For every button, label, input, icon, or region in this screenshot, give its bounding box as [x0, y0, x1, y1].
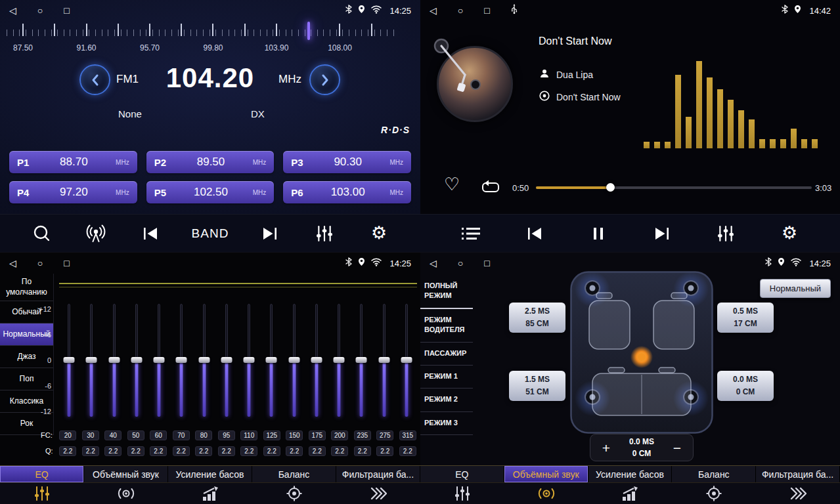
playlist-icon[interactable] [458, 226, 484, 241]
frequency-ruler[interactable] [7, 24, 401, 42]
eq-band-slider[interactable] [125, 304, 148, 417]
tab-balance[interactable]: Баланс [252, 466, 336, 482]
tab-crossover-filter[interactable]: Фильтрация ба... [336, 466, 420, 482]
eq-slider-thumb[interactable] [288, 357, 299, 363]
eq-band-slider[interactable] [238, 304, 260, 417]
preset-button-p5[interactable]: P5102.50MHz [146, 181, 275, 203]
delay-front-left[interactable]: 2.5 MS 85 CM [509, 303, 565, 333]
eq-slider-thumb[interactable] [356, 357, 367, 363]
back-icon[interactable]: ◁ [9, 6, 16, 15]
eq-faders-icon[interactable] [420, 483, 504, 504]
crossover-filter-icon[interactable] [756, 483, 840, 504]
eq-slider-thumb[interactable] [154, 357, 165, 363]
tab-eq-faders[interactable]: EQ [0, 466, 84, 482]
bass-boost-icon[interactable] [168, 483, 252, 504]
crossover-filter-icon[interactable] [336, 483, 420, 504]
eq-slider-thumb[interactable] [401, 357, 412, 363]
listening-mode-item[interactable]: ПАССАЖИР [420, 343, 473, 366]
surround-sound-icon[interactable] [84, 483, 168, 504]
preset-button-p2[interactable]: P289.50MHz [146, 151, 275, 173]
eq-slider-thumb[interactable] [108, 357, 120, 363]
band-button[interactable]: BAND [192, 226, 229, 241]
settings-gear-icon[interactable]: ⚙ [776, 224, 803, 242]
progress-thumb[interactable] [606, 183, 615, 192]
delay-rear-right[interactable]: 0.0 MS 0 CM [717, 371, 774, 401]
seek-down-button[interactable] [79, 64, 110, 95]
eq-slider-thumb[interactable] [176, 357, 187, 363]
eq-slider-thumb[interactable] [244, 357, 255, 363]
back-icon[interactable]: ◁ [430, 259, 437, 268]
listening-mode-item[interactable]: РЕЖИМ ВОДИТЕЛЯ [420, 309, 473, 343]
repeat-icon[interactable] [481, 179, 500, 198]
balance-icon[interactable] [672, 483, 756, 504]
balance-icon[interactable] [252, 483, 336, 504]
eq-slider-thumb[interactable] [221, 357, 232, 363]
tab-balance[interactable]: Баланс [672, 466, 756, 482]
tuner-needle[interactable] [307, 22, 310, 40]
tab-bass-boost[interactable]: Усиление басов [168, 466, 252, 482]
listening-mode-item[interactable]: ПОЛНЫЙ РЕЖИМ [420, 275, 473, 309]
recents-icon[interactable]: □ [484, 259, 489, 268]
home-icon[interactable]: ○ [37, 6, 43, 15]
delay-rear-left[interactable]: 1.5 MS 51 CM [509, 371, 565, 401]
previous-station-icon[interactable] [137, 226, 164, 242]
bass-boost-icon[interactable] [588, 483, 673, 504]
eq-slider-thumb[interactable] [64, 357, 75, 363]
tab-surround-sound[interactable]: Объёмный звук [504, 466, 588, 482]
progress-bar[interactable] [536, 186, 812, 189]
next-station-icon[interactable] [257, 226, 283, 242]
eq-faders-icon[interactable] [713, 225, 739, 242]
settings-gear-icon[interactable]: ⚙ [366, 224, 392, 242]
eq-slider-thumb[interactable] [131, 357, 142, 363]
eq-slider-thumb[interactable] [198, 357, 210, 363]
preset-button-p1[interactable]: P188.70MHz [9, 151, 137, 173]
eq-slider-thumb[interactable] [266, 357, 277, 363]
tab-crossover-filter[interactable]: Фильтрация ба... [756, 466, 840, 482]
seek-up-button[interactable] [309, 64, 340, 95]
eq-band-slider[interactable] [260, 304, 282, 417]
preset-button-p6[interactable]: P6103.00MHz [283, 181, 411, 203]
eq-band-slider[interactable] [193, 304, 215, 417]
next-track-icon[interactable] [649, 226, 675, 242]
preset-button-p4[interactable]: P497.20MHz [9, 181, 137, 203]
dx-mode-label[interactable]: DX [251, 108, 265, 119]
listening-mode-item[interactable]: РЕЖИМ 3 [420, 412, 473, 435]
pause-icon[interactable] [585, 226, 611, 242]
favorite-heart-icon[interactable]: ♡ [444, 176, 460, 194]
back-icon[interactable]: ◁ [430, 6, 437, 15]
home-icon[interactable]: ○ [458, 259, 463, 268]
broadcast-antenna-icon[interactable] [83, 224, 109, 243]
decrease-delay-button[interactable]: − [668, 438, 686, 457]
recents-icon[interactable]: □ [64, 6, 69, 15]
tab-eq-faders[interactable]: EQ [420, 466, 504, 482]
home-icon[interactable]: ○ [37, 259, 43, 268]
eq-slider-thumb[interactable] [86, 357, 97, 363]
eq-band-slider[interactable] [350, 304, 372, 417]
preset-button-p3[interactable]: P390.30MHz [283, 151, 411, 173]
eq-band-slider[interactable] [58, 304, 80, 417]
previous-track-icon[interactable] [521, 226, 548, 242]
eq-band-slider[interactable] [103, 304, 125, 417]
listening-mode-item[interactable]: РЕЖИМ 1 [420, 366, 473, 388]
eq-slider-thumb[interactable] [311, 357, 322, 363]
eq-band-slider[interactable] [305, 304, 328, 417]
tab-surround-sound[interactable]: Объёмный звук [84, 466, 168, 482]
eq-slider-thumb[interactable] [334, 357, 345, 363]
recents-icon[interactable]: □ [64, 259, 69, 268]
delay-front-right[interactable]: 0.5 MS 17 CM [717, 303, 774, 333]
tab-bass-boost[interactable]: Усиление басов [588, 466, 673, 482]
eq-band-slider[interactable] [215, 304, 238, 417]
eq-preset-item[interactable]: По умолчанию [0, 274, 53, 301]
back-icon[interactable]: ◁ [9, 259, 16, 268]
field-preset-button[interactable]: Нормальный [760, 279, 831, 298]
eq-faders-icon[interactable] [311, 225, 338, 242]
eq-band-slider[interactable] [170, 304, 192, 417]
eq-slider-thumb[interactable] [378, 357, 389, 363]
eq-band-slider[interactable] [395, 304, 418, 417]
eq-faders-icon[interactable] [0, 483, 84, 504]
increase-delay-button[interactable]: + [597, 438, 615, 457]
eq-band-slider[interactable] [328, 304, 350, 417]
eq-band-slider[interactable] [80, 304, 102, 417]
eq-band-slider[interactable] [148, 304, 170, 417]
eq-band-slider[interactable] [283, 304, 305, 417]
